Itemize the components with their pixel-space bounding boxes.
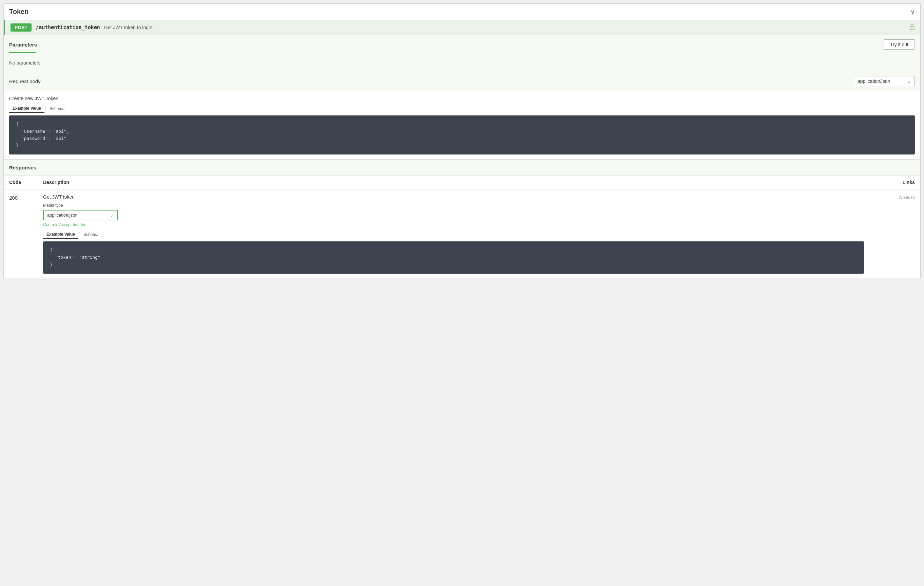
request-body-header: Request body application/json ⌄ xyxy=(4,71,920,91)
response-tabs-200: Example Value Schema xyxy=(43,230,864,239)
response-links-200: No links xyxy=(864,194,915,200)
chevron-icon: ∨ xyxy=(911,8,915,16)
media-type-value-200: application/json xyxy=(47,212,78,218)
media-type-label-200: Media type xyxy=(43,203,864,208)
responses-title: Responses xyxy=(9,165,36,171)
endpoint-path: /authentication_token xyxy=(36,25,100,31)
method-badge: POST xyxy=(10,23,31,31)
no-params-text: No parameters xyxy=(4,57,920,71)
endpoint-bar: POST /authentication_token Get JWT token… xyxy=(4,20,920,35)
lock-icon xyxy=(909,24,915,31)
media-type-select-200[interactable]: application/json ⌄ xyxy=(43,210,118,220)
parameters-title: Parameters xyxy=(9,42,37,48)
col-header-description: Description xyxy=(43,180,864,185)
tab-example-value-request[interactable]: Example Value xyxy=(9,104,45,113)
tab-example-value-response[interactable]: Example Value xyxy=(43,230,78,239)
params-underline xyxy=(9,52,36,53)
api-container: Token ∨ POST /authentication_token Get J… xyxy=(3,3,921,279)
media-type-select-header[interactable]: application/json ⌄ xyxy=(854,76,915,86)
responses-header: Responses xyxy=(4,160,920,175)
parameters-header: Parameters Try it out xyxy=(4,35,920,51)
response-row-200: 200 Get JWT token Media type application… xyxy=(4,189,920,278)
chevron-down-icon-200: ⌄ xyxy=(110,212,114,218)
request-body-content: Create new JWT Token Example Value Schem… xyxy=(4,91,920,159)
chevron-down-icon-header: ⌄ xyxy=(907,78,911,84)
request-body-section: Request body application/json ⌄ Create n… xyxy=(4,71,920,160)
request-body-tabs: Example Value Schema xyxy=(9,104,915,113)
tab-schema-request[interactable]: Schema xyxy=(46,105,68,113)
response-code-200: 200 xyxy=(9,194,43,201)
endpoint-description: Get JWT token to login. xyxy=(104,25,153,30)
response-col-headers: Code Description Links xyxy=(4,175,920,189)
section-title: Token xyxy=(9,8,28,16)
response-table-wrapper: Code Description Links 200 Get JWT token… xyxy=(4,175,920,278)
response-code-block-200: { "token": "string" } xyxy=(43,242,864,273)
response-desc-text-200: Get JWT token xyxy=(43,194,864,200)
media-type-value-header: application/json xyxy=(858,78,890,84)
responses-section: Responses Code Description Links 200 Get… xyxy=(4,160,920,278)
request-body-title: Request body xyxy=(9,78,41,84)
section-header[interactable]: Token ∨ xyxy=(4,4,920,20)
controls-accept-header: Controls Accept header. xyxy=(43,222,864,227)
try-it-out-button[interactable]: Try it out xyxy=(884,40,915,50)
parameters-section: Parameters Try it out No parameters xyxy=(4,35,920,71)
col-header-links: Links xyxy=(864,180,915,185)
create-jwt-title: Create new JWT Token xyxy=(9,96,915,101)
col-header-code: Code xyxy=(9,180,43,185)
request-body-code: { "username": "api", "password": "api" } xyxy=(9,116,915,154)
response-description-200: Get JWT token Media type application/jso… xyxy=(43,194,864,273)
tab-schema-response[interactable]: Schema xyxy=(80,231,102,238)
tab-divider-response xyxy=(79,232,79,237)
svg-rect-0 xyxy=(910,26,914,30)
